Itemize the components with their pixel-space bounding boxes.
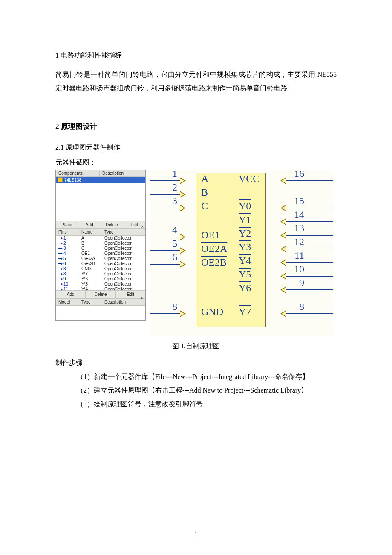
pin-text-label: Y6	[239, 282, 251, 294]
triangle-icon	[180, 177, 186, 184]
pin-name: O\E\2B	[81, 261, 104, 266]
pin-name: Y\7	[81, 272, 104, 277]
triangle-icon	[180, 205, 186, 211]
section1-body: 简易门铃是一种简单的门铃电路，它由分立元件和中规模集成芯片的构成，主要采用 NE…	[55, 68, 337, 95]
screenshot-label: 元器件截图：	[55, 158, 337, 167]
section2-sub-title: 2.1 原理图元器件制作	[55, 143, 337, 152]
pin-row[interactable]: 8GNDOpenCollector	[56, 266, 145, 272]
wire	[286, 221, 333, 222]
pin-name: O\E\2A	[81, 256, 104, 261]
col-pins[interactable]: Pins	[58, 230, 81, 234]
wire	[150, 250, 180, 251]
place-button[interactable]: Place	[56, 221, 78, 228]
pin-number: 8	[63, 272, 66, 277]
pin-arrow-icon	[58, 268, 63, 270]
pin-number-label: 11	[294, 250, 304, 261]
schematic-pin	[150, 247, 186, 254]
components-blank-area	[56, 183, 145, 221]
pin-type: OpenCollector	[104, 277, 143, 282]
pin-row[interactable]: 5O\E\2AOpenCollector	[56, 256, 145, 261]
component-icon	[58, 177, 63, 182]
triangle-icon	[180, 247, 186, 254]
pin-number: 8	[63, 266, 66, 272]
pin-number-label: 3	[172, 195, 177, 207]
pin-number: 2	[63, 241, 66, 246]
figure-caption: 图 1.自制原理图	[55, 342, 337, 351]
expand-icon[interactable]: ▲	[140, 295, 144, 300]
col-model-type[interactable]: Type	[81, 300, 104, 304]
pin-row[interactable]: 9Y\6OpenCollector	[56, 277, 145, 282]
wire	[150, 180, 180, 181]
schematic-pin	[280, 205, 333, 211]
schematic-pin	[150, 177, 186, 184]
pin-row[interactable]: 4OE1OpenCollector	[56, 251, 145, 256]
delete-button-2[interactable]: Delete	[86, 291, 115, 298]
pin-arrow-icon	[58, 257, 63, 260]
component-name: 74LS138	[64, 178, 81, 182]
pin-row[interactable]: 8Y\7OpenCollector	[56, 272, 145, 277]
col-name[interactable]: Name	[81, 230, 104, 234]
pin-arrow-icon	[58, 252, 63, 255]
schematic-symbol: 1A2B3C4OE15OE2A6OE2B8GND16VCC15Y014Y113Y…	[150, 170, 333, 336]
pin-number: 9	[63, 277, 66, 282]
pin-row[interactable]: 10Y\5OpenCollector	[56, 282, 145, 287]
col-model-desc[interactable]: Description	[104, 300, 143, 304]
delete-button[interactable]: Delete	[101, 221, 124, 228]
add-button[interactable]: Add	[78, 221, 101, 228]
section1-title: 1 电路功能和性能指标	[55, 51, 337, 60]
col-description[interactable]: Description	[100, 170, 145, 176]
pin-number-label: 14	[294, 209, 304, 220]
col-model[interactable]: Model	[58, 300, 81, 304]
model-blank-area	[56, 306, 145, 320]
close-icon[interactable]: ×	[141, 225, 144, 229]
schematic-pin	[150, 310, 186, 317]
triangle-icon	[180, 261, 186, 268]
triangle-icon	[280, 232, 286, 239]
col-components[interactable]: Components	[56, 170, 100, 176]
pin-arrow-icon	[58, 288, 63, 290]
schematic-pin	[280, 232, 333, 239]
pin-text-label: VCC	[239, 173, 259, 185]
pin-arrow-icon	[58, 237, 63, 240]
component-row-selected[interactable]: 74LS138	[56, 177, 145, 183]
pin-name: Y\4	[81, 287, 104, 290]
components-header: Components Description	[56, 170, 145, 177]
pin-type: OpenCollector	[104, 251, 143, 256]
pin-number-label: 1	[172, 168, 177, 179]
pin-row[interactable]: 1AOpenCollector	[56, 236, 145, 241]
pins-list: 1AOpenCollector2BOpenCollector3COpenColl…	[56, 236, 145, 290]
schematic-pin	[280, 259, 333, 266]
pin-text-label: C	[201, 200, 208, 212]
triangle-icon	[180, 234, 186, 240]
triangle-icon	[280, 205, 286, 211]
wire	[286, 289, 333, 290]
pin-type: OpenCollector	[104, 272, 143, 277]
pin-arrow-icon	[58, 263, 63, 265]
pin-row[interactable]: 6O\E\2BOpenCollector	[56, 261, 145, 266]
pin-name: OE1	[81, 251, 104, 256]
pin-number: 1	[63, 236, 66, 241]
pin-type: OpenCollector	[104, 236, 143, 241]
section2-title: 2 原理图设计	[55, 121, 337, 131]
pin-row[interactable]: 3COpenCollector	[56, 246, 145, 251]
pin-arrow-icon	[58, 273, 63, 275]
triangle-icon	[280, 273, 286, 280]
triangle-icon	[280, 218, 286, 225]
triangle-icon	[280, 177, 286, 184]
pin-arrow-icon	[58, 242, 63, 245]
pin-name: B	[81, 241, 104, 246]
col-type[interactable]: Type	[104, 230, 143, 234]
wire	[286, 262, 333, 263]
schematic-pin	[280, 286, 333, 293]
wire	[150, 237, 180, 237]
step-item: （1）新建一个元器件库【File---New---Project---Integ…	[77, 370, 337, 384]
pin-text-label: Y5	[239, 269, 251, 280]
add-button-2[interactable]: Add	[56, 291, 86, 298]
steps-list: （1）新建一个元器件库【File---New---Project---Integ…	[55, 370, 337, 411]
pin-row[interactable]: 11Y\4OpenCollector	[56, 287, 145, 290]
pin-row[interactable]: 2BOpenCollector	[56, 241, 145, 246]
pin-arrow-icon	[58, 283, 63, 286]
schematic-pin	[150, 261, 186, 268]
triangle-icon	[180, 310, 186, 317]
pin-name: A	[81, 236, 104, 241]
